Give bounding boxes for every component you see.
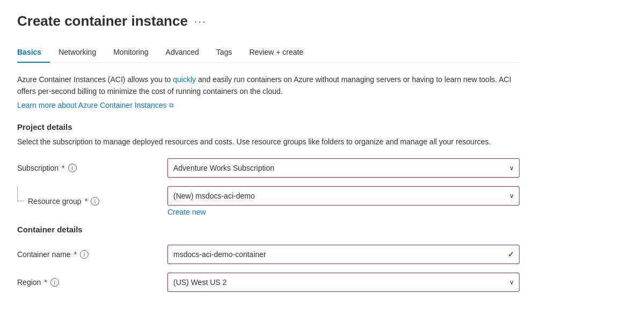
- region-select-wrapper: (US) West US 2 ∨: [167, 273, 519, 292]
- more-options-icon[interactable]: ···: [194, 15, 207, 27]
- subscription-select[interactable]: Adventure Works Subscription: [167, 158, 519, 178]
- resource-group-info-icon[interactable]: i: [91, 197, 99, 206]
- container-name-input-wrapper: ✓: [167, 245, 519, 264]
- resource-group-select-wrapper: (New) msdocs-aci-demo ∨: [167, 186, 519, 206]
- container-name-info-icon[interactable]: i: [80, 250, 89, 259]
- container-name-label: Container name: [17, 250, 71, 259]
- resource-group-row: Resource group * i (New) msdocs-aci-demo…: [17, 186, 519, 216]
- subscription-row: Subscription * i Adventure Works Subscri…: [17, 158, 519, 178]
- region-row: Region * i (US) West US 2 ∨: [17, 273, 519, 292]
- learn-more-link[interactable]: Learn more about Azure Container Instanc…: [17, 101, 174, 109]
- tab-bar: Basics Networking Monitoring Advanced Ta…: [17, 42, 519, 63]
- page-title: Create container instance: [17, 13, 188, 30]
- container-name-row: Container name * i ✓: [17, 245, 519, 264]
- subscription-required: *: [62, 164, 64, 172]
- external-link-icon: ⧉: [169, 101, 174, 109]
- region-info-icon[interactable]: i: [50, 278, 59, 287]
- subscription-info-icon[interactable]: i: [68, 164, 77, 172]
- container-name-input[interactable]: [167, 245, 519, 264]
- project-details-description: Select the subscription to manage deploy…: [17, 136, 519, 148]
- region-required: *: [44, 278, 47, 287]
- highlight-quickly: quickly: [173, 75, 196, 84]
- region-select[interactable]: (US) West US 2: [167, 273, 519, 292]
- resource-group-label: Resource group: [28, 197, 82, 206]
- tab-tags[interactable]: Tags: [208, 42, 241, 63]
- subscription-select-wrapper: Adventure Works Subscription ∨: [167, 158, 519, 178]
- aci-description: Azure Container Instances (ACI) allows y…: [17, 74, 519, 98]
- region-label: Region: [17, 278, 41, 287]
- tab-monitoring[interactable]: Monitoring: [105, 42, 157, 63]
- subscription-label: Subscription: [17, 164, 58, 172]
- tab-basics[interactable]: Basics: [17, 42, 50, 63]
- create-new-link[interactable]: Create new: [167, 208, 206, 216]
- project-details-title: Project details: [17, 122, 519, 131]
- resource-group-required: *: [85, 197, 87, 206]
- tab-networking[interactable]: Networking: [50, 42, 105, 63]
- container-name-required: *: [74, 250, 77, 259]
- resource-group-select[interactable]: (New) msdocs-aci-demo: [167, 186, 519, 206]
- tab-review-create[interactable]: Review + create: [240, 42, 312, 63]
- container-details-title: Container details: [17, 225, 519, 234]
- learn-more-label: Learn more about Azure Container Instanc…: [17, 101, 167, 109]
- tab-advanced[interactable]: Advanced: [157, 42, 208, 63]
